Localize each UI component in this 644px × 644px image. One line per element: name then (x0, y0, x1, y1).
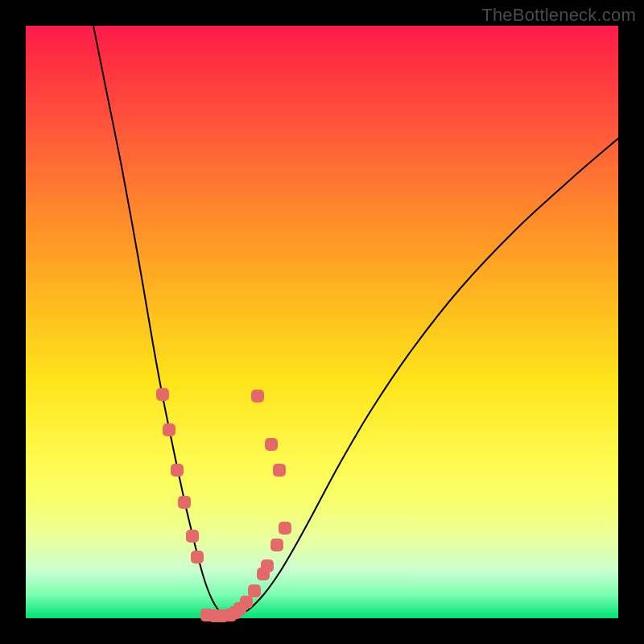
data-point (240, 596, 253, 609)
chart-frame: TheBottleneck.com (0, 0, 644, 644)
data-point (270, 539, 283, 551)
data-point (156, 388, 169, 401)
data-point (171, 464, 184, 477)
data-point (163, 423, 175, 436)
data-points (156, 388, 291, 622)
data-point (248, 584, 261, 597)
data-point (251, 390, 264, 402)
chart-plot-area (26, 26, 618, 618)
bottleneck-curve (93, 26, 618, 616)
data-point (178, 496, 191, 509)
data-point (265, 438, 278, 451)
watermark-text: TheBottleneck.com (481, 5, 636, 26)
data-point (279, 522, 291, 535)
data-point (273, 464, 286, 477)
data-point (261, 559, 274, 572)
chart-svg (26, 26, 618, 618)
data-point (191, 551, 204, 564)
data-point (186, 530, 199, 543)
